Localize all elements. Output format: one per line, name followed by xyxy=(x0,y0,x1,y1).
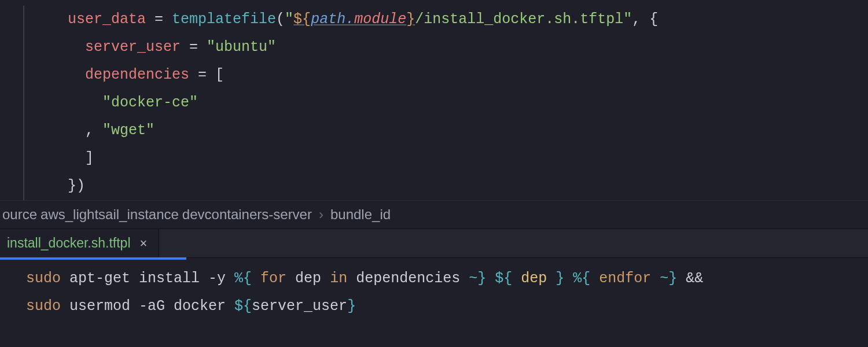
token-ident: server_user xyxy=(252,298,347,315)
token-interp-open: ${ xyxy=(234,298,252,315)
token-ident: dep xyxy=(295,270,321,287)
token-space xyxy=(564,270,573,287)
token-keyword: sudo xyxy=(26,270,61,287)
breadcrumb-segment[interactable]: aws_lightsail_instance xyxy=(41,206,179,223)
breadcrumb-segment[interactable]: bundle_id xyxy=(330,206,391,223)
token-keyword: for xyxy=(252,270,295,287)
upper-editor-pane[interactable]: user_data = templatefile("${path.module}… xyxy=(0,0,868,200)
token-directive: ~} xyxy=(460,270,486,287)
token-text: apt-get install -y xyxy=(61,270,234,287)
token-property: user_data xyxy=(68,11,146,28)
lower-editor-pane[interactable]: sudo apt-get install -y %{ for dep in de… xyxy=(0,258,868,320)
token-directive: ~} xyxy=(660,270,677,287)
token-interp-close: } xyxy=(347,298,356,315)
token-space xyxy=(547,270,556,287)
token-string: "ubuntu" xyxy=(207,39,276,56)
token-comma: , xyxy=(85,122,94,139)
token-string-quote: " xyxy=(285,11,293,28)
token-path-ns: path xyxy=(311,11,345,28)
token-interp-close: } xyxy=(556,270,564,287)
token-brace: }) xyxy=(68,178,85,194)
token-keyword: sudo xyxy=(26,298,61,315)
tab-install-docker[interactable]: install_docker.sh.tftpl × xyxy=(0,229,159,257)
token-string: "docker-ce" xyxy=(102,94,198,111)
token-directive: %{ xyxy=(234,270,252,287)
code-line[interactable]: ] xyxy=(23,145,868,172)
code-line[interactable]: sudo apt-get install -y %{ for dep in de… xyxy=(0,265,868,293)
token-path-attr: module xyxy=(354,11,406,28)
token-space xyxy=(512,270,521,287)
breadcrumb-segment[interactable]: devcontainers-server xyxy=(182,206,312,223)
token-text: usermod -aG docker xyxy=(61,298,234,315)
token-interp-close: } xyxy=(406,11,415,28)
code-line[interactable]: "docker-ce" xyxy=(23,89,868,117)
token-bracket: [ xyxy=(215,67,224,83)
token-bracket: ] xyxy=(85,150,94,167)
tab-bar: install_docker.sh.tftpl × xyxy=(0,229,868,258)
token-ident: dep xyxy=(521,270,547,287)
tab-label: install_docker.sh.tftpl xyxy=(7,235,131,251)
token-property: dependencies xyxy=(85,67,189,83)
token-keyword: in xyxy=(321,270,356,287)
token-interp-open: ${ xyxy=(293,11,311,28)
token-keyword: endfor xyxy=(590,270,660,287)
token-ident: dependencies xyxy=(356,270,460,287)
breadcrumb-segment[interactable]: ource xyxy=(2,206,37,223)
token-directive: %{ xyxy=(573,270,590,287)
token-brace: , { xyxy=(632,11,658,28)
code-line[interactable]: server_user = "ubuntu" xyxy=(23,34,868,61)
token-operator: = xyxy=(189,67,215,83)
token-string-quote: " xyxy=(623,11,632,28)
code-line[interactable]: dependencies = [ xyxy=(23,61,868,89)
code-line[interactable]: }) xyxy=(23,172,868,200)
breadcrumb[interactable]: ource aws_lightsail_instance devcontaine… xyxy=(0,200,868,229)
chevron-right-icon: › xyxy=(319,206,323,223)
token-paren: ( xyxy=(276,11,285,28)
token-dot: . xyxy=(345,11,354,28)
token-operator: = xyxy=(146,11,172,28)
code-line[interactable]: sudo usermod -aG docker ${server_user} xyxy=(0,293,868,320)
close-icon[interactable]: × xyxy=(140,236,148,251)
token-interp-open: ${ xyxy=(495,270,512,287)
token-operator: = xyxy=(181,39,207,56)
token-property: server_user xyxy=(85,39,181,56)
token-string: /install_docker.sh.tftpl xyxy=(415,11,623,28)
token-function: templatefile xyxy=(172,11,276,28)
code-line[interactable]: , "wget" xyxy=(23,117,868,145)
code-line[interactable]: user_data = templatefile("${path.module}… xyxy=(23,6,868,34)
token-space xyxy=(486,270,495,287)
token-string: "wget" xyxy=(94,122,155,139)
token-operator: && xyxy=(677,270,703,287)
